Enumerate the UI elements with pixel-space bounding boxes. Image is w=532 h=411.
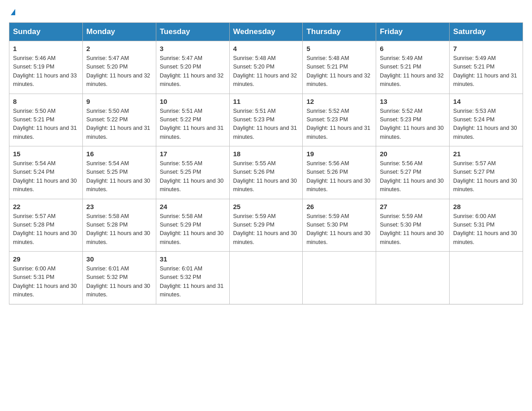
day-number: 24 xyxy=(160,203,226,210)
calendar-table: SundayMondayTuesdayWednesdayThursdayFrid… xyxy=(9,22,523,304)
calendar-day-cell: 15 Sunrise: 5:54 AM Sunset: 5:24 PM Dayl… xyxy=(9,146,83,199)
day-number: 13 xyxy=(380,98,446,105)
day-number: 19 xyxy=(306,150,372,158)
calendar-week-row: 22 Sunrise: 5:57 AM Sunset: 5:28 PM Dayl… xyxy=(9,199,523,252)
day-info: Sunrise: 5:49 AM Sunset: 5:21 PM Dayligh… xyxy=(380,54,446,89)
calendar-day-cell xyxy=(303,252,376,304)
day-number: 28 xyxy=(453,203,519,210)
calendar-day-cell: 6 Sunrise: 5:49 AM Sunset: 5:21 PM Dayli… xyxy=(376,41,450,94)
calendar-day-cell: 17 Sunrise: 5:55 AM Sunset: 5:25 PM Dayl… xyxy=(156,146,229,199)
calendar-day-cell: 27 Sunrise: 5:59 AM Sunset: 5:30 PM Dayl… xyxy=(376,199,450,252)
day-info: Sunrise: 5:51 AM Sunset: 5:22 PM Dayligh… xyxy=(160,107,226,142)
day-number: 16 xyxy=(86,150,152,158)
day-number: 30 xyxy=(86,255,152,263)
day-info: Sunrise: 5:58 AM Sunset: 5:29 PM Dayligh… xyxy=(160,212,226,247)
calendar-day-header: Monday xyxy=(82,23,156,41)
day-info: Sunrise: 5:51 AM Sunset: 5:23 PM Dayligh… xyxy=(233,107,299,142)
day-number: 20 xyxy=(380,150,446,158)
page-header xyxy=(9,9,523,15)
calendar-day-cell: 29 Sunrise: 6:00 AM Sunset: 5:31 PM Dayl… xyxy=(9,252,83,304)
calendar-day-cell: 19 Sunrise: 5:56 AM Sunset: 5:26 PM Dayl… xyxy=(303,146,376,199)
logo-triangle-icon xyxy=(11,9,15,15)
logo xyxy=(9,9,15,15)
calendar-day-cell: 4 Sunrise: 5:48 AM Sunset: 5:20 PM Dayli… xyxy=(229,41,303,94)
day-info: Sunrise: 5:47 AM Sunset: 5:20 PM Dayligh… xyxy=(160,54,226,89)
calendar-day-header: Saturday xyxy=(450,23,523,41)
calendar-day-cell: 16 Sunrise: 5:54 AM Sunset: 5:25 PM Dayl… xyxy=(82,146,156,199)
day-number: 11 xyxy=(233,98,299,105)
calendar-day-cell: 12 Sunrise: 5:52 AM Sunset: 5:23 PM Dayl… xyxy=(303,94,376,146)
calendar-day-cell: 18 Sunrise: 5:55 AM Sunset: 5:26 PM Dayl… xyxy=(229,146,303,199)
day-info: Sunrise: 5:58 AM Sunset: 5:28 PM Dayligh… xyxy=(86,212,152,247)
calendar-day-cell: 9 Sunrise: 5:50 AM Sunset: 5:22 PM Dayli… xyxy=(82,94,156,146)
calendar-header-row: SundayMondayTuesdayWednesdayThursdayFrid… xyxy=(9,23,523,41)
day-info: Sunrise: 5:59 AM Sunset: 5:30 PM Dayligh… xyxy=(380,212,446,247)
day-number: 1 xyxy=(13,45,79,52)
day-number: 15 xyxy=(13,150,79,158)
calendar-day-header: Sunday xyxy=(9,23,83,41)
calendar-day-cell xyxy=(229,252,303,304)
calendar-day-cell: 5 Sunrise: 5:48 AM Sunset: 5:21 PM Dayli… xyxy=(303,41,376,94)
calendar-day-cell: 25 Sunrise: 5:59 AM Sunset: 5:29 PM Dayl… xyxy=(229,199,303,252)
day-number: 25 xyxy=(233,203,299,210)
calendar-day-cell: 10 Sunrise: 5:51 AM Sunset: 5:22 PM Dayl… xyxy=(156,94,229,146)
calendar-day-cell: 3 Sunrise: 5:47 AM Sunset: 5:20 PM Dayli… xyxy=(156,41,229,94)
calendar-day-header: Friday xyxy=(376,23,450,41)
calendar-day-cell: 13 Sunrise: 5:52 AM Sunset: 5:23 PM Dayl… xyxy=(376,94,450,146)
day-number: 6 xyxy=(380,45,446,52)
calendar-day-cell xyxy=(450,252,523,304)
calendar-day-cell: 1 Sunrise: 5:46 AM Sunset: 5:19 PM Dayli… xyxy=(9,41,83,94)
day-number: 8 xyxy=(13,98,79,105)
calendar-day-cell: 23 Sunrise: 5:58 AM Sunset: 5:28 PM Dayl… xyxy=(82,199,156,252)
day-info: Sunrise: 5:53 AM Sunset: 5:24 PM Dayligh… xyxy=(453,107,519,142)
calendar-day-cell: 11 Sunrise: 5:51 AM Sunset: 5:23 PM Dayl… xyxy=(229,94,303,146)
day-number: 5 xyxy=(306,45,372,52)
day-number: 4 xyxy=(233,45,299,52)
calendar-day-header: Wednesday xyxy=(229,23,303,41)
day-info: Sunrise: 5:48 AM Sunset: 5:20 PM Dayligh… xyxy=(233,54,299,89)
day-info: Sunrise: 5:56 AM Sunset: 5:27 PM Dayligh… xyxy=(380,159,446,194)
calendar-week-row: 8 Sunrise: 5:50 AM Sunset: 5:21 PM Dayli… xyxy=(9,94,523,146)
day-info: Sunrise: 5:46 AM Sunset: 5:19 PM Dayligh… xyxy=(13,54,79,89)
calendar-day-cell: 31 Sunrise: 6:01 AM Sunset: 5:32 PM Dayl… xyxy=(156,252,229,304)
day-number: 27 xyxy=(380,203,446,210)
calendar-week-row: 15 Sunrise: 5:54 AM Sunset: 5:24 PM Dayl… xyxy=(9,146,523,199)
calendar-day-cell: 24 Sunrise: 5:58 AM Sunset: 5:29 PM Dayl… xyxy=(156,199,229,252)
day-info: Sunrise: 5:49 AM Sunset: 5:21 PM Dayligh… xyxy=(453,54,519,89)
day-number: 26 xyxy=(306,203,372,210)
day-info: Sunrise: 5:59 AM Sunset: 5:30 PM Dayligh… xyxy=(306,212,372,247)
calendar-day-header: Thursday xyxy=(303,23,376,41)
day-info: Sunrise: 5:56 AM Sunset: 5:26 PM Dayligh… xyxy=(306,159,372,194)
day-info: Sunrise: 5:57 AM Sunset: 5:27 PM Dayligh… xyxy=(453,159,519,194)
calendar-day-cell: 2 Sunrise: 5:47 AM Sunset: 5:20 PM Dayli… xyxy=(82,41,156,94)
calendar-week-row: 1 Sunrise: 5:46 AM Sunset: 5:19 PM Dayli… xyxy=(9,41,523,94)
calendar-day-cell xyxy=(376,252,450,304)
calendar-day-header: Tuesday xyxy=(156,23,229,41)
day-info: Sunrise: 5:54 AM Sunset: 5:25 PM Dayligh… xyxy=(86,159,152,194)
calendar-week-row: 29 Sunrise: 6:00 AM Sunset: 5:31 PM Dayl… xyxy=(9,252,523,304)
day-info: Sunrise: 5:55 AM Sunset: 5:25 PM Dayligh… xyxy=(160,159,226,194)
calendar-day-cell: 22 Sunrise: 5:57 AM Sunset: 5:28 PM Dayl… xyxy=(9,199,83,252)
day-info: Sunrise: 5:50 AM Sunset: 5:22 PM Dayligh… xyxy=(86,107,152,142)
calendar-day-cell: 28 Sunrise: 6:00 AM Sunset: 5:31 PM Dayl… xyxy=(450,199,523,252)
day-number: 29 xyxy=(13,255,79,263)
day-number: 10 xyxy=(160,98,226,105)
day-info: Sunrise: 5:57 AM Sunset: 5:28 PM Dayligh… xyxy=(13,212,79,247)
day-info: Sunrise: 6:01 AM Sunset: 5:32 PM Dayligh… xyxy=(160,265,226,300)
day-number: 12 xyxy=(306,98,372,105)
day-number: 21 xyxy=(453,150,519,158)
day-number: 9 xyxy=(86,98,152,105)
day-number: 3 xyxy=(160,45,226,52)
calendar-day-cell: 14 Sunrise: 5:53 AM Sunset: 5:24 PM Dayl… xyxy=(450,94,523,146)
day-info: Sunrise: 5:50 AM Sunset: 5:21 PM Dayligh… xyxy=(13,107,79,142)
calendar-day-cell: 7 Sunrise: 5:49 AM Sunset: 5:21 PM Dayli… xyxy=(450,41,523,94)
day-info: Sunrise: 6:01 AM Sunset: 5:32 PM Dayligh… xyxy=(86,265,152,300)
calendar-day-cell: 30 Sunrise: 6:01 AM Sunset: 5:32 PM Dayl… xyxy=(82,252,156,304)
day-number: 17 xyxy=(160,150,226,158)
day-info: Sunrise: 5:47 AM Sunset: 5:20 PM Dayligh… xyxy=(86,54,152,89)
day-number: 2 xyxy=(86,45,152,52)
day-info: Sunrise: 6:00 AM Sunset: 5:31 PM Dayligh… xyxy=(453,212,519,247)
day-number: 18 xyxy=(233,150,299,158)
day-number: 31 xyxy=(160,255,226,263)
calendar-day-cell: 20 Sunrise: 5:56 AM Sunset: 5:27 PM Dayl… xyxy=(376,146,450,199)
